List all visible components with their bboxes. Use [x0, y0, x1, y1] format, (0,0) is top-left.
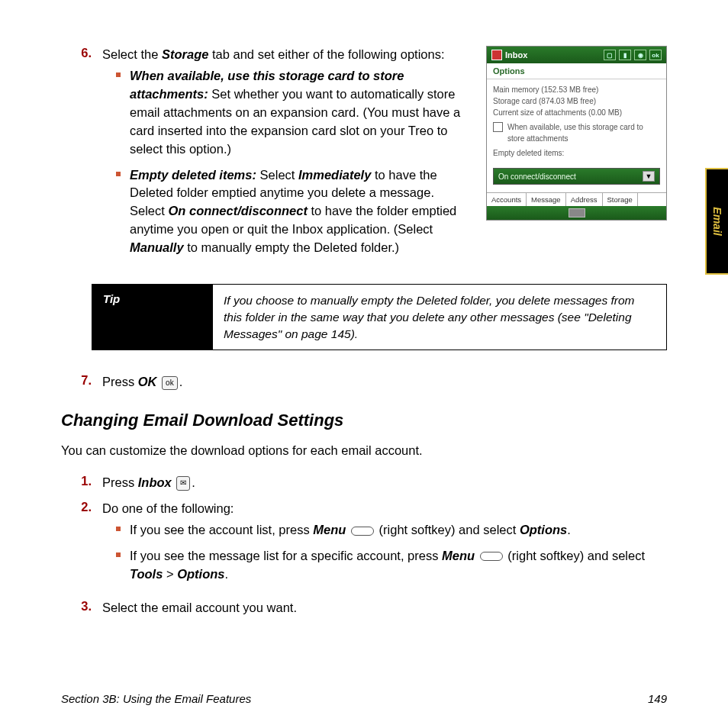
tab-accounts[interactable]: Accounts — [487, 193, 527, 206]
ok-button[interactable]: ok — [649, 50, 662, 60]
s2b1-f: . — [567, 523, 571, 536]
chevron-down-icon: ▼ — [643, 171, 655, 182]
step1-space — [172, 475, 176, 489]
step-1-number: 1. — [61, 474, 102, 492]
attachments-size: Current size of attachments (0.00 MB) — [493, 107, 660, 118]
s2b1-options: Options — [520, 523, 567, 536]
s2b1-d: (right softkey) and select — [375, 523, 520, 536]
s2b2-options: Options — [177, 567, 224, 581]
step1-inbox-word: Inbox — [138, 475, 172, 489]
status-icon-1: ▢ — [604, 50, 616, 60]
bullet-square-icon — [116, 527, 121, 531]
tab-storage[interactable]: Storage — [603, 193, 638, 206]
bullet2-manually: Manually — [130, 240, 184, 254]
tip-label: Tip — [92, 285, 213, 350]
step-7-number: 7. — [61, 373, 102, 391]
s2b2-tools: Tools — [130, 567, 163, 581]
step-3-text: Select the email account you want. — [102, 599, 667, 617]
screenshot-footer — [487, 206, 666, 220]
keyboard-icon[interactable] — [569, 208, 585, 217]
s2b2-gt: > — [163, 567, 177, 581]
s2b2-space — [475, 549, 478, 562]
step-6-bullet-2: Empty deleted items: Select Immediately … — [102, 166, 471, 258]
empty-deleted-dropdown[interactable]: On connect/disconnect ▼ — [493, 168, 660, 185]
speaker-icon: ◉ — [634, 50, 646, 60]
step-1: 1. Press Inbox ✉. — [61, 474, 667, 492]
screenshot-tabs: Accounts Message Address Storage — [487, 192, 666, 206]
memory-line-2: Storage card (874.03 MB free) — [493, 95, 660, 107]
s2b1-menu: Menu — [313, 523, 346, 536]
menu-key-icon — [480, 552, 503, 561]
empty-deleted-label: Empty deleted items: — [493, 147, 660, 159]
step7-ok-word: OK — [138, 375, 157, 388]
s2b1-space — [346, 523, 350, 536]
bullet2-immediately: Immediately — [298, 168, 371, 182]
step-6-text-a: Select the — [102, 47, 162, 61]
tip-box: Tip If you choose to manually empty the … — [92, 284, 667, 350]
side-tab-label: Email — [711, 207, 723, 235]
step-6-storage-word: Storage — [162, 47, 208, 61]
storage-checkbox-label: When available, use this storage card to… — [507, 121, 660, 144]
s2b2-a: If you see the message list for a specif… — [130, 549, 442, 562]
window-icon — [491, 50, 502, 60]
intro-paragraph: You can customize the download options f… — [61, 442, 667, 460]
s2b2-h: . — [225, 567, 229, 581]
bullet2-onconnect: On connect/disconnect — [168, 204, 307, 217]
footer-section: Section 3B: Using the Email Features — [61, 692, 251, 705]
s2b1-a: If you see the account list, press — [130, 523, 313, 536]
step-3: 3. Select the email account you want. — [61, 599, 667, 617]
screenshot-titlebar: Inbox ▢ ▮ ◉ ok — [487, 47, 666, 63]
step-2-bullet-2: If you see the message list for a specif… — [102, 547, 667, 584]
signal-icon: ▮ — [619, 50, 631, 60]
tab-message[interactable]: Message — [527, 193, 566, 206]
step-6-number: 6. — [61, 46, 102, 265]
dropdown-value: On connect/disconnect — [498, 172, 576, 181]
bullet-square-icon — [116, 72, 121, 77]
memory-line-1: Main memory (152.53 MB free) — [493, 84, 660, 95]
screenshot-title: Inbox — [505, 50, 527, 60]
menu-key-icon — [351, 527, 374, 536]
section-heading: Changing Email Download Settings — [61, 411, 667, 430]
s2b2-d: (right softkey) and select — [504, 549, 645, 562]
step2-intro: Do one of the following: — [102, 501, 234, 515]
bullet2-a: Select — [256, 168, 298, 182]
s2b2-menu: Menu — [442, 549, 475, 562]
tip-body: If you choose to manually empty the Dele… — [213, 285, 666, 350]
step-6: 6. Select the Storage tab and set either… — [61, 46, 471, 265]
ok-key-icon: ok — [162, 376, 178, 391]
page-footer: Section 3B: Using the Email Features 149 — [61, 692, 667, 705]
step1-a: Press — [102, 475, 138, 489]
footer-page-number: 149 — [648, 692, 667, 705]
step-2-number: 2. — [61, 500, 102, 591]
screenshot-subtitle: Options — [487, 63, 666, 79]
step-6-bullet-1: When available, use this storage card to… — [102, 67, 471, 159]
step-3-number: 3. — [61, 599, 102, 617]
step-6-text-c: tab and set either of the following opti… — [208, 47, 444, 61]
storage-checkbox[interactable] — [493, 122, 503, 132]
step7-period: . — [179, 375, 183, 388]
inbox-key-icon: ✉ — [176, 476, 190, 491]
step7-space — [157, 375, 161, 388]
step7-a: Press — [102, 375, 138, 388]
bullet2-title: Empty deleted items: — [130, 168, 256, 182]
bullet-square-icon — [116, 172, 121, 176]
step-2: 2. Do one of the following: If you see t… — [61, 500, 667, 591]
app-screenshot: Inbox ▢ ▮ ◉ ok Options Main memory (152.… — [486, 46, 667, 221]
tab-address[interactable]: Address — [566, 193, 603, 206]
step1-period: . — [192, 475, 195, 489]
step-7: 7. Press OK ok. — [61, 373, 667, 391]
bullet2-d: to manually empty the Deleted folder.) — [184, 240, 399, 254]
step-2-bullet-1: If you see the account list, press Menu … — [102, 521, 667, 540]
bullet-square-icon — [116, 552, 121, 557]
side-tab: Email — [705, 168, 728, 275]
